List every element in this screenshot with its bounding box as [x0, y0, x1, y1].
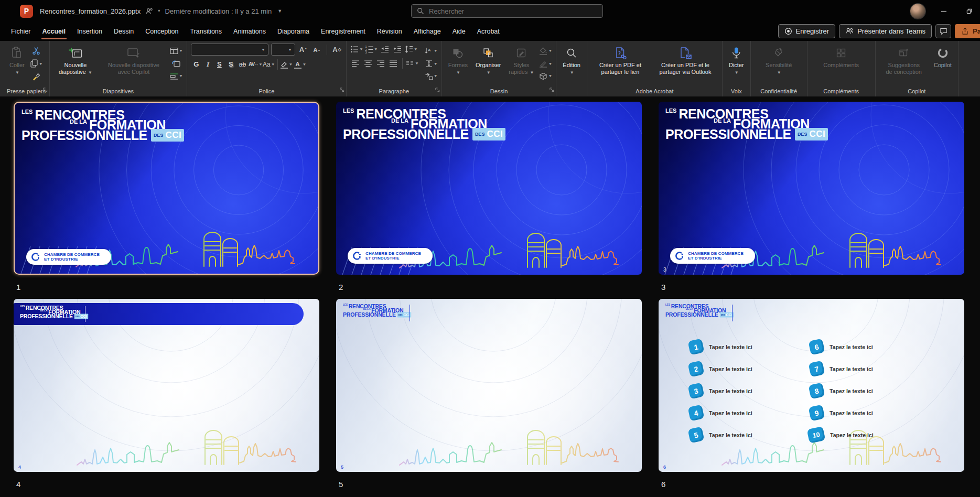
editing-button[interactable]: Édition▼ [560, 44, 583, 78]
font-dialog-launcher[interactable] [340, 85, 344, 94]
presence-icon [145, 7, 153, 15]
italic-button[interactable]: I [202, 59, 213, 70]
create-pdf-share-link-button[interactable]: Créer un PDF etpartager le lien [591, 44, 650, 77]
shape-effects-button[interactable]: ▼ [539, 71, 552, 82]
text-shadow-button[interactable]: S [225, 59, 236, 70]
tab-insertion[interactable]: Insertion [71, 22, 108, 41]
tab-dessin[interactable]: Dessin [108, 22, 139, 41]
cut-button[interactable] [30, 45, 43, 56]
shape-fill-button: ▼ [539, 45, 552, 56]
increase-font-size-button[interactable]: A⌃ [298, 44, 309, 55]
slide-thumbnail-3[interactable]: LESRENCONTRES DE LAFORMATION PROFESSIONN… [659, 102, 964, 275]
increase-indent-button[interactable] [392, 44, 403, 55]
reset-slide-button[interactable] [170, 58, 183, 69]
tab-acrobat[interactable]: Acrobat [471, 22, 505, 41]
ribbon-group-paragraph: ▼ 123 ▼ [347, 41, 442, 96]
justify-icon [389, 59, 397, 68]
paste-button: Coller▼ [7, 44, 27, 78]
columns-button[interactable]: ▼ [406, 58, 419, 69]
align-left-button[interactable] [350, 58, 361, 69]
align-center-button[interactable] [363, 58, 374, 69]
bullets-button[interactable]: ▼ [350, 44, 363, 55]
agenda-number-badge: 9 [808, 404, 825, 421]
paragraph-dialog-launcher[interactable] [435, 85, 440, 94]
restore-button[interactable] [962, 4, 976, 18]
font-color-icon: A [294, 60, 302, 69]
align-text-button[interactable]: ▼ [425, 58, 438, 69]
agenda-number-badge: 6 [808, 338, 825, 355]
align-right-icon [376, 59, 385, 68]
tab-animations[interactable]: Animations [228, 22, 272, 41]
agenda-item: 2 Tapez le texte ici [689, 362, 752, 376]
tab-aide[interactable]: Aide [447, 22, 471, 41]
agenda-number-badge: 7 [808, 360, 825, 377]
align-right-button[interactable] [375, 58, 386, 69]
dictate-button[interactable]: Dicter▼ [726, 44, 747, 78]
record-button[interactable]: Enregistrer [778, 24, 836, 38]
font-color-button[interactable]: A ▼ [294, 59, 307, 70]
copilot-button[interactable]: Copilot [931, 44, 954, 71]
scissors-icon [32, 47, 40, 55]
present-in-teams-button[interactable]: Présenter dans Teams [839, 24, 932, 38]
line-spacing-button[interactable]: ▼ [405, 44, 418, 55]
agenda-item: 5 Tapez le texte ici [689, 428, 752, 442]
indent-icon [393, 45, 402, 53]
ribbon: Coller▼ ▼ [0, 41, 980, 96]
decrease-indent-button[interactable] [380, 44, 391, 55]
tab-revision[interactable]: Révision [371, 22, 408, 41]
character-spacing-button[interactable]: AV↔▼ [249, 59, 262, 70]
drawing-dialog-launcher[interactable] [550, 85, 554, 94]
slide-thumbnail-2[interactable]: LESRENCONTRES DE LAFORMATION PROFESSIONN… [336, 102, 642, 275]
highlight-color-button[interactable]: ▼ [280, 59, 293, 70]
tab-conception[interactable]: Conception [139, 22, 184, 41]
sensitivity-button: Sensibilité▼ [763, 44, 794, 78]
search-icon [417, 7, 424, 15]
text-direction-button[interactable]: A ▼ [425, 45, 438, 56]
sensitivity-tag-icon [773, 46, 784, 60]
arrange-button[interactable]: Organiser▼ [473, 44, 503, 78]
new-slide-button[interactable]: Nouvelle diapositive ▼ [53, 44, 98, 78]
clipboard-dialog-launcher[interactable] [43, 85, 48, 94]
slide-thumbnail-1[interactable]: LESRENCONTRES DE LAFORMATION PROFESSIONN… [14, 102, 319, 275]
tab-enregistrement[interactable]: Enregistrement [315, 22, 371, 41]
align-text-icon [425, 59, 433, 68]
font-name-combobox[interactable]: ▼ [191, 44, 268, 56]
justify-button[interactable] [388, 58, 399, 69]
tab-fichier[interactable]: Fichier [5, 22, 37, 41]
underline-button[interactable]: S [214, 59, 225, 70]
minimize-button[interactable] [937, 4, 951, 18]
create-pdf-share-outlook-button[interactable]: Créer un PDF et lepartager via Outlook [652, 44, 718, 77]
tab-transitions[interactable]: Transitions [184, 22, 228, 41]
slide-number-label: 6 [659, 472, 964, 496]
decrease-font-size-button[interactable]: A⌄ [311, 44, 322, 55]
numbering-button[interactable]: 123 ▼ [365, 44, 378, 55]
bold-button[interactable]: G [191, 59, 202, 70]
tab-affichage[interactable]: Affichage [408, 22, 447, 41]
comments-button[interactable] [935, 24, 951, 38]
on-slide-page-number: 3 [663, 267, 666, 273]
ribbon-group-addins: Compléments Compléments [807, 41, 876, 96]
strikethrough-button[interactable]: ab [237, 59, 248, 70]
format-painter-button[interactable] [30, 71, 43, 82]
section-button[interactable]: ▼ [170, 71, 183, 82]
copy-button[interactable]: ▼ [30, 58, 43, 69]
last-modified-text[interactable]: Dernière modification : Il y a 21 min [165, 7, 272, 15]
change-case-button[interactable]: Aa▼ [263, 59, 275, 70]
slide-thumbnail-4[interactable]: LESRENCONTRES DE LAFORMATION PROFESSIONN… [14, 299, 319, 472]
tab-accueil[interactable]: Accueil [37, 22, 71, 41]
share-button[interactable]: Partager [955, 24, 980, 38]
effects-cube-icon [539, 72, 547, 81]
font-size-combobox[interactable]: ▼ [271, 44, 295, 56]
user-avatar[interactable] [910, 4, 925, 19]
chevron-down-icon[interactable]: ▼ [277, 8, 282, 14]
convert-to-smartart-button[interactable]: ▼ [425, 71, 438, 82]
search-input[interactable] [429, 7, 597, 15]
slide-thumbnail-6[interactable]: LESRENCONTRES DE LAFORMATION PROFESSIONN… [659, 299, 964, 472]
highlighter-icon [280, 60, 288, 69]
slide-thumbnail-5[interactable]: LESRENCONTRES DE LAFORMATION PROFESSIONN… [336, 299, 642, 472]
slide-layout-button[interactable]: ▼ [170, 45, 183, 56]
tab-diaporama[interactable]: Diaporama [272, 22, 315, 41]
clear-formatting-button[interactable]: A◇ [331, 44, 342, 55]
file-name[interactable]: Rencontres_formation_2026.pptx [40, 7, 141, 15]
search-bar[interactable] [411, 4, 603, 18]
